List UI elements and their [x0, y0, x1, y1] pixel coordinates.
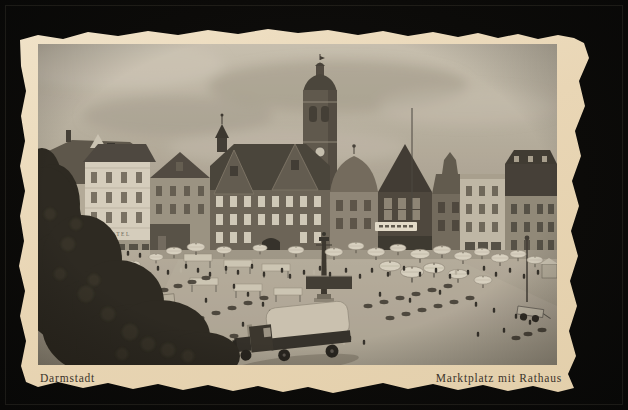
vignette: [38, 44, 557, 365]
postcard-photo: HOTEL: [38, 44, 557, 365]
caption-right: Marktplatz mit Rathaus: [436, 372, 562, 384]
scan-background: HOTEL: [0, 0, 628, 410]
caption-left: Darmstadt: [40, 372, 95, 384]
postcard: HOTEL: [18, 26, 596, 396]
